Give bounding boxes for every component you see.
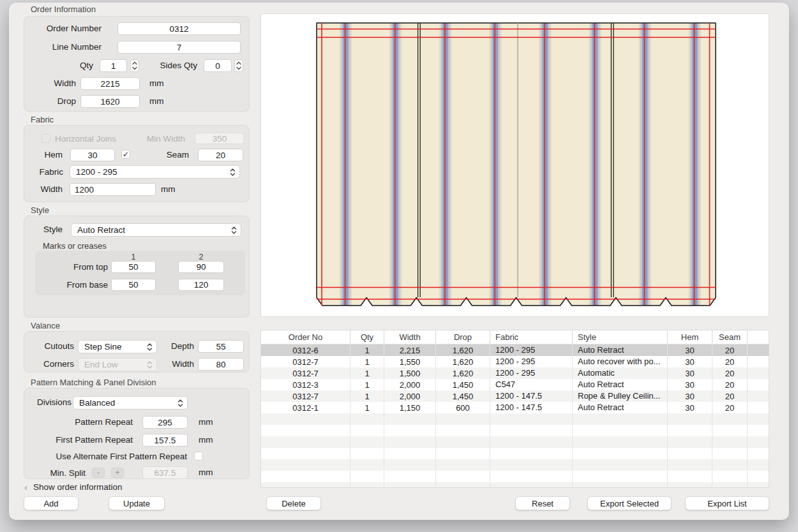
table-cell: [384, 413, 436, 425]
column-header-qty[interactable]: Qty: [350, 330, 384, 344]
min-split-label: Min. Split: [43, 468, 86, 478]
table-row[interactable]: 0312-111,1506001200 - 147.5Auto Retract3…: [261, 402, 769, 413]
order-list-table: Order NoQtyWidthDropFabricStyleHemSeam 0…: [260, 330, 769, 488]
sides-qty-stepper[interactable]: [234, 59, 243, 72]
table-cell: [668, 459, 712, 471]
depth-field[interactable]: [198, 340, 244, 353]
qty-stepper[interactable]: [130, 59, 139, 72]
cutouts-select[interactable]: Step Sine: [78, 340, 157, 353]
column-header-style[interactable]: Style: [573, 330, 668, 344]
table-row[interactable]: 0312-711,5501,6201200 - 295Auto recover …: [261, 356, 769, 367]
reset-button[interactable]: Reset: [515, 496, 570, 510]
corners-select: End Low: [78, 358, 157, 371]
table-row-empty[interactable]: [261, 459, 769, 471]
table-row[interactable]: 0312-312,0001,450C547Auto Retract3020: [261, 379, 769, 390]
min-split-increase-button[interactable]: +: [111, 468, 124, 478]
table-cell: [436, 425, 490, 436]
order-width-field[interactable]: [80, 77, 140, 90]
table-cell: [436, 459, 490, 471]
table-cell: [436, 448, 490, 459]
sides-qty-field[interactable]: [204, 59, 232, 72]
table-cell: 1,620: [436, 344, 490, 356]
from-base-2-field[interactable]: [178, 279, 224, 291]
update-button[interactable]: Update: [109, 496, 165, 510]
horizontal-joins-checkbox[interactable]: [41, 134, 50, 143]
column-header-order-no[interactable]: Order No: [261, 330, 350, 344]
table-cell: 0312-7: [261, 367, 350, 379]
order-drop-field[interactable]: [80, 95, 140, 108]
drop-label: Drop: [31, 96, 76, 106]
hem-field[interactable]: [70, 149, 115, 161]
show-order-information-label: Show order information: [33, 482, 123, 492]
table-cell: [350, 471, 384, 482]
first-pattern-repeat-field[interactable]: [142, 434, 188, 447]
min-split-decrease-button[interactable]: -: [92, 468, 105, 478]
table-cell: [490, 425, 573, 436]
line-number-field[interactable]: [117, 41, 241, 54]
table-cell: 1: [350, 367, 384, 379]
cutouts-select-value: Step Sine: [84, 342, 122, 351]
table-cell: [573, 436, 668, 448]
table-row[interactable]: 0312-612,2151,6201200 - 295Auto Retract3…: [261, 344, 769, 356]
pattern-repeat-field[interactable]: [142, 416, 188, 429]
column-header-fabric[interactable]: Fabric: [490, 330, 573, 344]
fabric-width-field[interactable]: [70, 183, 156, 196]
table-row[interactable]: 0312-712,0001,4501200 - 147.5Rope & Pull…: [261, 390, 769, 402]
table-cell: [350, 413, 384, 425]
table-cell: [384, 482, 436, 488]
table-cell: [490, 436, 573, 448]
divisions-select[interactable]: Balanced: [73, 396, 188, 410]
table-cell: [261, 436, 350, 448]
table-row-empty[interactable]: [261, 471, 769, 482]
table-cell: 2,215: [384, 344, 436, 356]
column-header-hem[interactable]: Hem: [668, 330, 712, 344]
from-top-2-field[interactable]: [178, 261, 224, 273]
from-top-1-field[interactable]: [111, 261, 156, 273]
table-row-empty[interactable]: [261, 413, 769, 425]
table-cell: [384, 448, 436, 459]
table-row[interactable]: 0312-711,5001,6201200 - 295Automatic3020: [261, 367, 769, 379]
table-cell: [712, 471, 748, 482]
table-cell: [668, 436, 712, 448]
table-row-empty[interactable]: [261, 482, 769, 488]
delete-button[interactable]: Delete: [266, 496, 321, 510]
column-header-width[interactable]: Width: [384, 330, 436, 344]
export-list-button[interactable]: Export List: [685, 496, 769, 510]
table-cell: [712, 448, 748, 459]
marks-column-1-header: 1: [111, 253, 156, 262]
show-order-information-link[interactable]: ‹ Show order information: [24, 482, 123, 492]
table-cell: [712, 436, 748, 448]
table-cell: [748, 459, 769, 471]
valance-width-field[interactable]: [198, 358, 244, 371]
table-cell: 1200 - 147.5: [490, 402, 573, 413]
hem-checkbox-checked[interactable]: ✓: [121, 150, 130, 159]
order-number-field[interactable]: [117, 22, 241, 35]
seam-field[interactable]: [198, 149, 243, 161]
column-header-drop[interactable]: Drop: [436, 330, 490, 344]
fabric-select[interactable]: 1200 - 295: [70, 165, 240, 179]
pattern-section: Divisions Balanced Pattern Repeat mm Fir…: [24, 388, 250, 479]
fabric-outline: [317, 23, 716, 306]
order-number-label: Order Number: [31, 24, 102, 33]
table-row-empty[interactable]: [261, 425, 769, 436]
table-cell: Auto Retract: [573, 344, 668, 356]
qty-field[interactable]: [100, 59, 127, 72]
table-row-empty[interactable]: [261, 448, 769, 459]
from-base-1-field[interactable]: [111, 279, 156, 291]
use-alternate-checkbox[interactable]: [194, 452, 203, 461]
style-select[interactable]: Auto Retract: [71, 223, 241, 237]
table-cell: [668, 425, 712, 436]
add-button[interactable]: Add: [24, 496, 79, 510]
table-cell: [748, 379, 769, 390]
export-selected-button[interactable]: Export Selected: [587, 496, 672, 510]
table-cell: [712, 425, 748, 436]
divisions-label: Divisions: [28, 397, 72, 407]
column-header-seam[interactable]: Seam: [712, 330, 748, 344]
table-cell: 1: [350, 344, 384, 356]
table-row-empty[interactable]: [261, 436, 769, 448]
column-header-spacer: [748, 330, 769, 344]
desktop-background: Order Information Order Number Line Numb…: [0, 0, 798, 532]
table-cell: 2,000: [384, 390, 436, 402]
from-top-label: From top: [41, 262, 108, 272]
table-cell: [573, 413, 668, 425]
